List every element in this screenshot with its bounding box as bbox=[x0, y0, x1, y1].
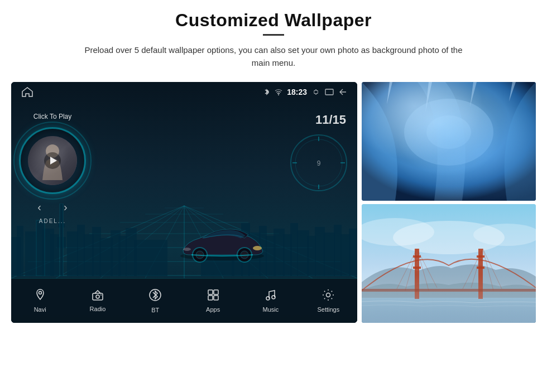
date-display: 11/15 bbox=[315, 113, 346, 127]
svg-rect-83 bbox=[362, 82, 536, 201]
apps-label: Apps bbox=[206, 306, 220, 313]
wallpaper-previews bbox=[362, 82, 536, 323]
bt-icon bbox=[149, 288, 161, 304]
svg-rect-82 bbox=[362, 82, 536, 201]
page-container: Customized Wallpaper Preload over 5 defa… bbox=[0, 0, 547, 392]
music-player: Click To Play bbox=[19, 113, 86, 224]
svg-rect-27 bbox=[77, 225, 85, 276]
nav-item-settings[interactable]: Settings bbox=[309, 288, 348, 313]
svg-rect-32 bbox=[118, 236, 127, 276]
back-icon bbox=[338, 88, 347, 96]
navi-label: Navi bbox=[34, 306, 46, 313]
svg-rect-77 bbox=[208, 296, 213, 300]
svg-rect-76 bbox=[214, 290, 218, 294]
svg-rect-75 bbox=[208, 290, 213, 294]
bluetooth-icon bbox=[263, 88, 270, 96]
signal-icon bbox=[275, 89, 282, 95]
navi-icon bbox=[34, 288, 46, 304]
svg-point-73 bbox=[100, 294, 102, 296]
svg-rect-93 bbox=[413, 255, 421, 258]
svg-rect-45 bbox=[307, 236, 316, 276]
svg-rect-26 bbox=[67, 231, 78, 276]
album-art bbox=[28, 136, 77, 185]
svg-point-81 bbox=[327, 293, 330, 297]
status-bar: 18:23 bbox=[11, 82, 357, 101]
svg-rect-71 bbox=[93, 293, 103, 300]
album-art-inner bbox=[28, 136, 77, 185]
car-screen: 18:23 Click To Play bbox=[11, 82, 357, 323]
click-to-play-label: Click To Play bbox=[33, 113, 71, 120]
clock-ring-container: 9 bbox=[288, 132, 349, 193]
settings-icon bbox=[322, 288, 335, 304]
svg-rect-43 bbox=[290, 223, 298, 276]
bt-label: BT bbox=[151, 307, 159, 313]
svg-rect-48 bbox=[334, 225, 342, 276]
bottom-nav: Navi Radio bbox=[11, 278, 357, 323]
title-divider bbox=[263, 34, 284, 36]
car-image bbox=[175, 217, 270, 267]
music-label: Music bbox=[263, 306, 279, 313]
player-nav: ‹ › bbox=[37, 201, 67, 214]
svg-rect-46 bbox=[315, 227, 325, 276]
page-title: Customized Wallpaper bbox=[175, 10, 372, 31]
svg-point-84 bbox=[404, 99, 493, 166]
window-icon bbox=[325, 89, 334, 95]
nav-item-music[interactable]: Music bbox=[251, 288, 290, 313]
svg-point-70 bbox=[39, 292, 41, 294]
content-row: 18:23 Click To Play bbox=[11, 82, 536, 323]
svg-rect-94 bbox=[413, 267, 421, 269]
svg-rect-90 bbox=[362, 298, 536, 323]
prev-button[interactable]: ‹ bbox=[37, 201, 41, 214]
nav-item-apps[interactable]: Apps bbox=[194, 288, 233, 313]
radio-icon bbox=[91, 289, 104, 303]
golden-gate-preview bbox=[362, 204, 536, 323]
svg-rect-96 bbox=[477, 267, 484, 269]
next-button[interactable]: › bbox=[64, 201, 68, 214]
svg-rect-105 bbox=[362, 289, 536, 292]
svg-point-55 bbox=[183, 248, 191, 251]
ice-cave-preview bbox=[362, 82, 536, 201]
home-icon bbox=[21, 86, 33, 98]
svg-text:9: 9 bbox=[317, 159, 321, 167]
play-button-overlay[interactable] bbox=[44, 152, 61, 169]
nav-item-bt[interactable]: BT bbox=[136, 288, 175, 313]
artist-name: ADEL... bbox=[39, 218, 66, 224]
status-bar-right: 18:23 bbox=[263, 88, 347, 96]
svg-point-54 bbox=[253, 246, 262, 250]
svg-point-72 bbox=[96, 295, 99, 298]
nav-item-radio[interactable]: Radio bbox=[78, 289, 117, 312]
expand-icon bbox=[311, 89, 320, 95]
svg-rect-17 bbox=[17, 226, 23, 276]
settings-label: Settings bbox=[317, 306, 339, 313]
svg-point-60 bbox=[278, 94, 279, 95]
apps-icon bbox=[207, 288, 220, 304]
svg-rect-78 bbox=[214, 296, 218, 300]
status-bar-left bbox=[21, 86, 33, 98]
svg-rect-18 bbox=[25, 231, 36, 276]
svg-rect-34 bbox=[134, 240, 167, 276]
svg-rect-47 bbox=[324, 233, 335, 276]
svg-rect-50 bbox=[349, 229, 357, 276]
radio-label: Radio bbox=[90, 306, 106, 312]
player-ring bbox=[19, 127, 86, 194]
play-triangle bbox=[50, 157, 57, 164]
music-icon bbox=[265, 288, 277, 304]
svg-point-85 bbox=[426, 115, 471, 149]
svg-rect-61 bbox=[325, 89, 333, 95]
status-time: 18:23 bbox=[287, 88, 307, 96]
clock-ring-svg: 9 bbox=[288, 132, 349, 193]
page-description: Preload over 5 default wallpaper options… bbox=[78, 43, 469, 70]
nav-item-navi[interactable]: Navi bbox=[21, 288, 60, 313]
